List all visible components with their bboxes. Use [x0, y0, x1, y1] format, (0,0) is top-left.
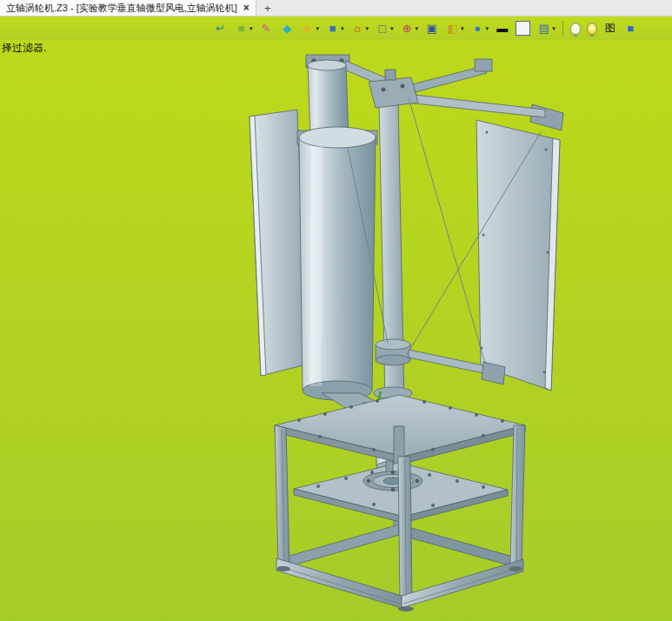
paper-background-icon	[516, 21, 530, 36]
extrude-icon: ◆	[280, 21, 295, 36]
display-sphere-icon[interactable]: ●▾	[469, 20, 491, 37]
top-arm-right[interactable]	[407, 94, 545, 117]
clipped-icon[interactable]: ■	[622, 20, 640, 37]
blade-left-panel[interactable]	[250, 110, 307, 376]
shaded-mode-icon: ■	[234, 21, 249, 36]
blade-right-panel[interactable]	[476, 104, 563, 391]
turbine-3d-model[interactable]	[0, 40, 672, 621]
move-target-icon-caret[interactable]: ▾	[416, 25, 419, 32]
paper-background-icon[interactable]	[514, 20, 532, 37]
tu-button[interactable]: 图	[602, 20, 619, 37]
pattern-icon-caret[interactable]: ▾	[366, 25, 369, 32]
document-tab[interactable]: 立轴涡轮机.Z3 - [实验教学垂直轴微型风电,立轴涡轮机] ×	[0, 0, 256, 16]
exit-icon: ↵	[213, 21, 228, 36]
shaded-mode-icon[interactable]: ■▾	[232, 20, 255, 37]
move-target-icon[interactable]: ⊕▾	[398, 20, 421, 37]
sketch-pencil-icon[interactable]: ✎	[257, 20, 276, 37]
primitive-box-icon-caret[interactable]: ▾	[316, 25, 320, 32]
light-bulb-on-icon[interactable]	[585, 22, 599, 36]
fit-window-icon[interactable]: ▣	[422, 20, 441, 37]
viewport[interactable]: 择过滤器.	[0, 40, 672, 621]
section-view-icon: ◻	[375, 21, 389, 36]
light-bulb-off-icon	[570, 23, 581, 35]
line-width-icon: ▬	[495, 21, 509, 36]
zoom-window-icon: ◧	[445, 21, 460, 36]
zoom-window-icon[interactable]: ◧▾	[443, 20, 466, 37]
tab-bar: 立轴涡轮机.Z3 - [实验教学垂直轴微型风电,立轴涡轮机] × +	[0, 0, 672, 17]
exit-icon[interactable]: ↵	[211, 20, 230, 37]
boolean-icon[interactable]: ■▾	[323, 20, 346, 37]
toolbar: ↵■▾✎◆■▾■▾☼▾◻▾⊕▾▣◧▾●▾▬▤▾图■	[0, 17, 672, 40]
primitive-box-icon[interactable]: ■▾	[299, 20, 322, 37]
blade-front-cylinder[interactable]	[297, 127, 377, 400]
line-width-icon[interactable]: ▬	[493, 20, 511, 37]
layers-icon: ▤	[536, 21, 551, 36]
section-view-icon[interactable]: ◻▾	[373, 20, 396, 37]
tab-title: 立轴涡轮机.Z3 - [实验教学垂直轴微型风电,立轴涡轮机]	[6, 2, 237, 15]
shaded-mode-icon-caret[interactable]: ▾	[250, 25, 253, 32]
extrude-icon[interactable]: ◆	[278, 20, 296, 37]
layers-icon-caret[interactable]: ▾	[552, 25, 556, 32]
primitive-box-icon: ■	[301, 21, 316, 36]
boolean-icon: ■	[325, 21, 340, 36]
sketch-pencil-icon: ✎	[259, 21, 274, 36]
cad-application-window: 立轴涡轮机.Z3 - [实验教学垂直轴微型风电,立轴涡轮机] × + ↵■▾✎◆…	[0, 0, 672, 621]
section-view-icon-caret[interactable]: ▾	[390, 25, 394, 32]
light-bulb-on-icon	[587, 23, 597, 35]
toolbar-icons: ↵■▾✎◆■▾■▾☼▾◻▾⊕▾▣◧▾●▾▬▤▾图■	[211, 17, 640, 40]
layers-icon[interactable]: ▤▾	[535, 20, 557, 37]
clipped-icon: ■	[623, 21, 638, 36]
tu-button-label: 图	[605, 21, 615, 36]
bearing-assembly[interactable]	[363, 461, 422, 491]
fit-window-icon: ▣	[424, 21, 439, 36]
display-sphere-icon-caret[interactable]: ▾	[486, 25, 489, 32]
top-rear-spoke[interactable]	[402, 59, 492, 95]
tab-close-icon[interactable]: ×	[243, 2, 250, 14]
display-sphere-icon: ●	[470, 21, 485, 36]
new-tab-button[interactable]: +	[256, 0, 279, 16]
pattern-icon: ☼	[350, 21, 365, 36]
light-bulb-off-icon[interactable]	[569, 22, 582, 36]
boolean-icon-caret[interactable]: ▾	[341, 25, 344, 32]
pattern-icon[interactable]: ☼▾	[349, 20, 371, 37]
move-target-icon: ⊕	[400, 21, 415, 36]
zoom-window-icon-caret[interactable]: ▾	[461, 25, 464, 32]
separator	[562, 21, 563, 37]
